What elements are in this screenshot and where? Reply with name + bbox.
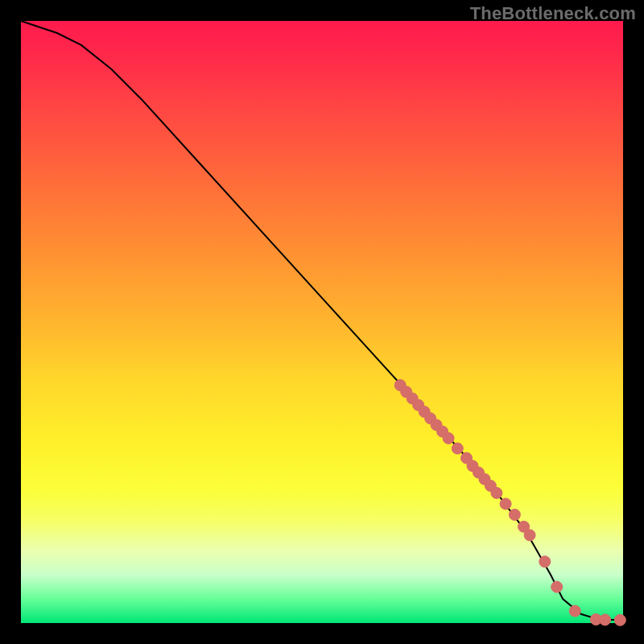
highlight-dot: [452, 443, 463, 454]
chart-frame: TheBottleneck.com: [0, 0, 644, 644]
highlight-dot: [500, 498, 511, 510]
highlight-dot: [600, 614, 611, 625]
highlight-dot: [551, 581, 563, 592]
plot-area: [21, 21, 623, 623]
highlight-dot: [569, 605, 580, 617]
highlight-dot: [509, 509, 520, 520]
highlight-dot: [443, 432, 454, 444]
highlight-dot: [524, 530, 535, 541]
highlight-dot: [539, 556, 551, 568]
highlight-dot: [614, 614, 625, 625]
highlight-dot: [491, 487, 502, 498]
chart-svg: [21, 21, 623, 623]
highlight-dots-group: [394, 380, 625, 626]
